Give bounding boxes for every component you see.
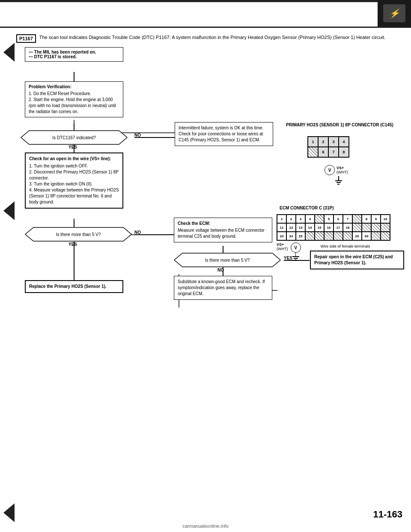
cow-step4: 4. Measure voltage between the Primary H…: [29, 187, 119, 205]
dtc-description: The scan tool indicates Diagnostic Troub…: [39, 34, 385, 41]
ecm-r3-sh4: [334, 232, 343, 240]
pc-cell-2: 2: [318, 137, 328, 147]
ecm-r1c9: 9: [371, 215, 381, 223]
flowchart-area: — The MIL has been reported on. — DTC P1…: [16, 47, 410, 420]
ecm-r1c1: 1: [277, 215, 286, 223]
yes-label-2: YES: [68, 242, 77, 247]
ecm-r3-sh7: [381, 232, 390, 240]
is-there-5v-right-diamond: Is there more than 5 V?: [174, 253, 272, 268]
ecm-r3c29: 29: [352, 232, 362, 240]
primary-wht-text: (WHT): [337, 170, 348, 174]
svg-text:Is there more than 5 V?: Is there more than 5 V?: [205, 258, 250, 263]
ecm-r1-sep: [315, 215, 324, 223]
left-arrow-2: [3, 201, 15, 220]
cecm-text: Measure voltage between the ECM connecto…: [178, 227, 268, 239]
ecm-r1c7: 7: [343, 215, 352, 223]
pv-step2: 2. Start the engine. Hold the engine at …: [29, 97, 119, 115]
ecm-r3c24: 24: [286, 232, 296, 240]
svg-text:Is DTC1167 indicated?: Is DTC1167 indicated?: [52, 135, 96, 140]
replace-text: Replace the Primary HO2S (Sensor 1).: [29, 284, 119, 290]
ecm-r1c6: 6: [334, 215, 343, 223]
check-ecm-box: Check the ECM: Measure voltage between t…: [174, 218, 272, 242]
ecm-r2-sh1: [352, 223, 362, 232]
pc-cell-3: 3: [328, 137, 339, 147]
ecm-r1-sep2: [352, 215, 362, 223]
line-mil-to-pv: [74, 72, 74, 81]
yes-label-1: YES: [68, 145, 77, 149]
ecm-r2c17: 17: [334, 223, 343, 232]
problem-verification-box: Problem Verification: 1. Do the ECM Rese…: [25, 81, 123, 117]
line-yes2: [74, 242, 74, 280]
ecm-r1c3: 3: [296, 215, 305, 223]
svg-text:Is there more than 5 V?: Is there more than 5 V?: [56, 232, 101, 237]
main-content: P1167 The scan tool indicates Diagnostic…: [16, 31, 407, 420]
ecm-wht-text: (WHT): [277, 247, 288, 251]
substitute-text: Substitute a known-good ECM and recheck.…: [178, 279, 268, 297]
pv-title: Problem Verification:: [29, 84, 119, 90]
top-bar: [0, 0, 411, 2]
intermittent-text: Intermittent failure, system is OK at th…: [179, 125, 269, 143]
primary-vs-label: V VS+ (WHT): [325, 165, 348, 185]
line-cecm-to-d3: [223, 246, 223, 253]
ecm-connector-grid: 1 2 3 4 5 6 7 8 9 10 11 12 13: [277, 214, 390, 241]
pc-cell-8: 8: [339, 147, 349, 157]
ecm-r3-sh5: [343, 232, 352, 240]
ecm-r3-sh3: [324, 232, 334, 240]
ecm-r2c14: 14: [305, 223, 315, 232]
ecm-r1c8: 8: [362, 215, 371, 223]
ecm-vs-text: VS+: [277, 242, 288, 247]
pc-cell-blank: [308, 147, 318, 157]
pc-cell-1: 1: [308, 137, 318, 147]
line-to-check-ecm: [134, 234, 177, 235]
ecm-r2c16: 16: [324, 223, 334, 232]
ecm-r2c15: 15: [315, 223, 324, 232]
line-to-intermittent: [134, 137, 179, 138]
cecm-title: Check the ECM:: [178, 221, 268, 227]
ecm-r2c12: 12: [286, 223, 296, 232]
ecm-r2c13: 13: [296, 223, 305, 232]
pc-cell-7: 7: [328, 147, 339, 157]
ecm-r2-sh2: [362, 223, 371, 232]
ecm-r1c10: 10: [381, 215, 390, 223]
ecm-r2-sh4: [381, 223, 390, 232]
logo-emblem: ⚡: [383, 4, 405, 22]
dtc-header: P1167 The scan tool indicates Diagnostic…: [16, 34, 407, 43]
ecm-r3c30: 30: [362, 232, 371, 240]
mil-box: — The MIL has been reported on. — DTC P1…: [25, 47, 123, 62]
ecm-r3c23: 23: [277, 232, 286, 240]
cow-step2: 2. Disconnect the Primary HO2S (Sensor 1…: [29, 169, 119, 181]
ecm-r1c5: 5: [324, 215, 334, 223]
ecm-vs-label: VS+ (WHT) V Wire side of female terminal…: [277, 242, 370, 260]
cow-step1: 1. Turn the ignition switch OFF.: [29, 163, 119, 169]
line-pv-to-diamond: [74, 123, 74, 130]
ecm-r3c25: 25: [296, 232, 305, 240]
line-cow-to-d2: [74, 220, 74, 227]
ecm-connector-title: ECM CONNECTOR C (31P): [280, 206, 334, 210]
watermark: carmanualsonline.info: [0, 523, 411, 529]
primary-vs-text: VS+: [337, 166, 348, 170]
left-arrow-1: [3, 43, 15, 62]
primary-connector-grid: 1 2 3 4 6 7 8: [307, 136, 349, 158]
dtc1167-diamond: Is DTC1167 indicated?: [25, 130, 123, 145]
h-rule: [0, 27, 411, 28]
ecm-r3-sh1: [305, 232, 315, 240]
cow-step3: 3. Turn the ignition switch ON (II).: [29, 181, 119, 187]
pc-cell-4: 4: [339, 137, 349, 147]
ecm-r2-sh3: [371, 223, 381, 232]
logo-box: ⚡: [378, 0, 411, 27]
mil-line2: — DTC P1167 is stored.: [29, 54, 119, 59]
cow-title: Check for an open in the wire (VS+ line)…: [29, 156, 119, 162]
ecm-r1c4: 4: [305, 215, 315, 223]
ecm-r2c18: 18: [343, 223, 352, 232]
ecm-r2c11: 11: [277, 223, 286, 232]
substitute-box: Substitute a known-good ECM and recheck.…: [174, 276, 272, 300]
check-open-wire-box: Check for an open in the wire (VS+ line)…: [25, 152, 123, 209]
logo-icon: ⚡: [389, 8, 400, 18]
is-there-5v-left-diamond: Is there more than 5 V?: [25, 227, 123, 242]
replace-box: Replace the Primary HO2S (Sensor 1).: [25, 280, 123, 293]
mil-line1: — The MIL has been reported on.: [29, 50, 119, 54]
line-yes1: [74, 145, 74, 152]
intermittent-box: Intermittent failure, system is OK at th…: [175, 122, 273, 146]
wire-note: Wire side of female terminals: [321, 244, 370, 248]
pc-cell-6: 6: [318, 147, 328, 157]
